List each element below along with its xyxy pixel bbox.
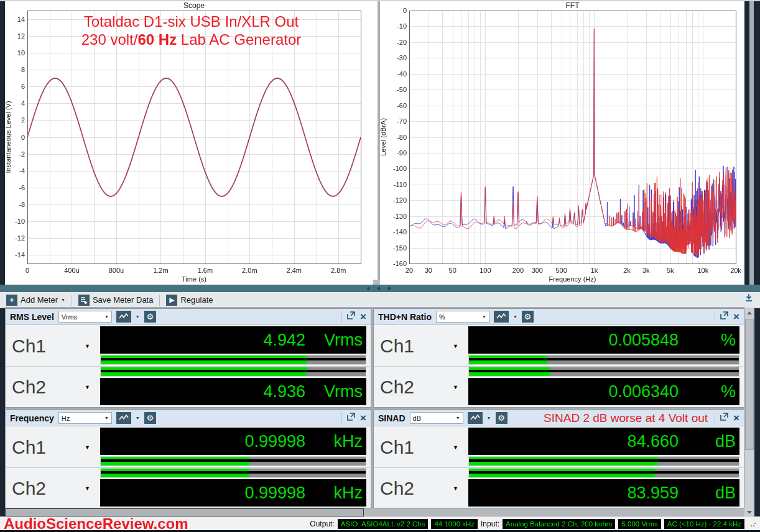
meter-readout: 0.005848% <box>468 326 739 354</box>
meter-bar <box>468 355 739 365</box>
meter-readout: 83.959dB <box>468 479 739 507</box>
panel-title: SINAD <box>378 413 405 423</box>
channel-row: Ch1▼ 0.005848% <box>374 325 744 366</box>
add-meter-button[interactable]: + Add Meter ▼ <box>4 293 68 307</box>
chevron-down-icon: ▼ <box>453 384 458 390</box>
meter-readout: 4.936Vrms <box>100 378 366 405</box>
toolbar-separator <box>159 295 160 306</box>
channel-selector[interactable]: Ch2▼ <box>374 367 468 408</box>
input-config-badge[interactable]: Analog Balanced 2 Ch, 200 kohm <box>503 519 615 529</box>
sinad-annotation: SINAD 2 dB worse at 4 Volt out <box>512 411 711 425</box>
channel-row: Ch2▼ 83.959dB <box>374 468 744 509</box>
meter-panel-sinad: SINAD dB▼ ▼ ⚙ SINAD 2 dB worse at 4 Volt… <box>373 410 744 508</box>
apx500-window: Totaldac D1-six USB In/XLR Out 230 volt/… <box>0 0 760 532</box>
gear-icon[interactable]: ⚙ <box>496 412 507 424</box>
horizontal-scroll-thumb[interactable] <box>5 508 364 516</box>
input-filter-badge[interactable]: AC (<10 Hz) - 22.4 kHz <box>664 519 744 529</box>
chevron-down-icon[interactable]: ▼ <box>136 314 140 319</box>
gear-icon[interactable]: ⚙ <box>522 311 534 323</box>
unit-dropdown[interactable]: Vrms▼ <box>58 311 112 323</box>
asr-brand-text: AudioScienceReview.com <box>4 518 188 530</box>
gear-icon[interactable]: ⚙ <box>144 412 156 424</box>
channel-row: Ch1▼ 0.99998kHz <box>6 426 371 467</box>
chart-view-button[interactable] <box>116 412 131 424</box>
channel-selector[interactable]: Ch2▼ <box>6 468 100 509</box>
channel-selector[interactable]: Ch1▼ <box>374 326 468 366</box>
chart-view-button[interactable] <box>494 311 509 323</box>
save-meter-data-button[interactable]: Save Meter Data <box>76 293 156 307</box>
popout-icon[interactable] <box>346 311 356 323</box>
meter-panel-rms-level: RMS Level Vrms▼ ▼ ⚙ × Ch1▼ 4.942Vrms Ch2… <box>5 308 371 408</box>
frequency-header: Frequency Hz▼ ▼ ⚙ × <box>6 410 371 426</box>
meter-readout: 0.99998kHz <box>100 479 366 507</box>
vertical-scroll-thumb[interactable] <box>745 319 754 450</box>
channel-selector[interactable]: Ch1▼ <box>6 428 100 467</box>
meter-panel-thdn-ratio: THD+N Ratio %▼ ▼ ⚙ × Ch1▼ 0.005848% Ch2▼… <box>373 308 744 408</box>
channel-row: Ch2▼ 0.006340% <box>374 367 744 408</box>
chevron-down-icon: ▼ <box>453 485 458 492</box>
meter-bar <box>468 367 739 377</box>
channel-selector[interactable]: Ch2▼ <box>374 468 468 509</box>
channel-row: Ch2▼ 4.936Vrms <box>6 367 371 408</box>
meter-bar <box>100 468 366 478</box>
fft-plot-canvas <box>380 1 744 285</box>
input-label: Input: <box>481 520 499 528</box>
output-label: Output: <box>310 520 334 528</box>
unit-dropdown[interactable]: Hz▼ <box>58 412 112 424</box>
gear-icon[interactable]: ⚙ <box>144 311 156 323</box>
meter-horizontal-scrollbar[interactable] <box>5 508 744 516</box>
meter-bar <box>100 456 366 466</box>
meter-bar <box>468 456 739 466</box>
popout-icon[interactable] <box>346 412 356 424</box>
meter-bar <box>100 367 366 377</box>
unit-dropdown[interactable]: dB▼ <box>410 412 463 424</box>
resize-grip[interactable] <box>750 521 756 527</box>
chart-view-button[interactable] <box>468 412 483 424</box>
window-right-edge <box>749 1 754 285</box>
chevron-down-icon: ▼ <box>61 298 65 302</box>
rms-level-header: RMS Level Vrms▼ ▼ ⚙ × <box>6 309 371 325</box>
meter-bar <box>100 355 366 365</box>
plus-icon: + <box>6 295 17 306</box>
meter-toolbar: + Add Meter ▼ Save Meter Data ▶ Regulate <box>0 292 760 308</box>
splitter-grip-dots: ● ● ● <box>0 285 760 292</box>
popout-icon[interactable] <box>720 311 729 323</box>
channel-row: Ch1▼ 84.660dB <box>374 426 744 467</box>
chevron-down-icon[interactable]: ▼ <box>136 416 140 420</box>
close-icon[interactable]: × <box>733 311 739 322</box>
channel-row: Ch1▼ 4.942Vrms <box>6 325 371 366</box>
channel-selector[interactable]: Ch1▼ <box>374 428 468 467</box>
chevron-down-icon[interactable]: ▼ <box>513 314 517 319</box>
chevron-down-icon: ▼ <box>85 444 90 451</box>
chevron-down-icon[interactable]: ▼ <box>487 416 491 420</box>
meter-readout: 0.99998kHz <box>100 428 366 455</box>
toolbar-separator <box>72 295 72 306</box>
status-bar: AudioScienceReview.com Output: ASIO: ASI… <box>0 516 760 530</box>
sinad-header: SINAD dB▼ ▼ ⚙ SINAD 2 dB worse at 4 Volt… <box>374 410 744 426</box>
scope-plot-canvas <box>5 1 378 285</box>
panel-splitter-horizontal[interactable]: ● ● ● <box>0 285 760 292</box>
meter-readout: 4.942Vrms <box>100 326 366 354</box>
regulate-button[interactable]: ▶ Regulate <box>164 293 215 307</box>
input-range-badge[interactable]: 5.000 Vrms <box>618 519 660 529</box>
scroll-down-arrow[interactable] <box>744 508 754 516</box>
sample-rate-badge[interactable]: 44.1000 kHz <box>431 519 478 529</box>
channel-selector[interactable]: Ch2▼ <box>6 367 100 408</box>
close-icon[interactable]: × <box>360 311 366 322</box>
chart-view-button[interactable] <box>116 311 131 323</box>
dock-panel-icon[interactable] <box>744 293 753 302</box>
scroll-up-arrow[interactable] <box>744 308 754 317</box>
chevron-down-icon: ▼ <box>453 444 458 451</box>
popout-icon[interactable] <box>720 412 729 424</box>
unit-dropdown[interactable]: %▼ <box>436 311 489 323</box>
chevron-down-icon: ▼ <box>453 343 458 349</box>
channel-selector[interactable]: Ch1▼ <box>6 326 100 366</box>
meter-panel-frequency: Frequency Hz▼ ▼ ⚙ × Ch1▼ 0.99998kHz Ch2▼… <box>5 410 371 508</box>
panel-title: RMS Level <box>10 312 54 322</box>
thdn-header: THD+N Ratio %▼ ▼ ⚙ × <box>374 309 744 325</box>
save-icon <box>78 295 90 306</box>
close-icon[interactable]: × <box>360 413 366 423</box>
close-icon[interactable]: × <box>733 413 739 423</box>
meter-readout: 84.660dB <box>468 428 739 455</box>
output-device-badge[interactable]: ASIO: ASIO4ALL v2 2 Chs <box>338 519 429 529</box>
